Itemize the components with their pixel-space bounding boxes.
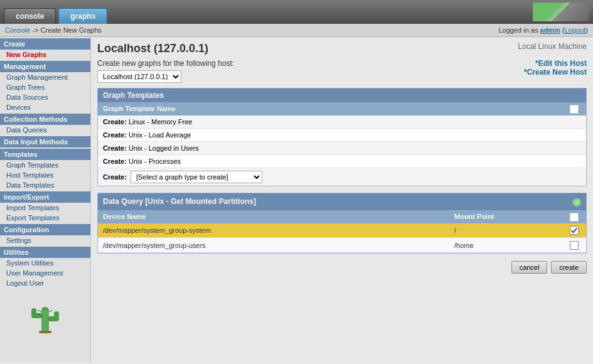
data-query-header: Data Query [Unix - Get Mounted Partition…	[98, 193, 586, 210]
sidebar-item-data-templates[interactable]: Data Templates	[0, 180, 90, 190]
data-row-0: /dev/mapper/system_group-system /	[98, 223, 586, 238]
template-row-2: Create: Unix - Logged in Users	[98, 142, 586, 155]
page-subtitle: Local Linux Machine	[518, 42, 587, 51]
sidebar-section-import-export: Import/Export	[0, 191, 90, 203]
col-header-mount: Mount Point	[454, 213, 567, 220]
page-title: Localhost (127.0.0.1)	[97, 42, 208, 55]
cancel-button[interactable]: cancel	[511, 261, 548, 274]
sidebar-item-host-templates[interactable]: Host Templates	[0, 170, 90, 180]
console-link[interactable]: Console	[5, 26, 30, 34]
sidebar-item-graph-management[interactable]: Graph Management	[0, 72, 90, 82]
data-row-1: /dev/mapper/system_group-users /home	[98, 238, 586, 253]
host-select[interactable]: Localhost (127.0.0.1)	[97, 70, 181, 83]
template-row-0: Create: Linux - Memory Free	[98, 115, 586, 129]
sidebar-item-new-graphs[interactable]: New Graphs	[0, 50, 90, 60]
sidebar-section-utilities: Utilities	[0, 247, 90, 258]
sidebar-section-data-input: Data Input Methods	[0, 136, 90, 147]
create-button[interactable]: create	[551, 261, 587, 274]
svg-line-6	[38, 310, 41, 312]
sidebar-item-user-management[interactable]: User Management	[0, 268, 90, 278]
sidebar-item-logout-user[interactable]: Logout User	[0, 278, 90, 288]
host-label: Create new graphs for the following host…	[97, 59, 234, 68]
data-query-section: Data Query [Unix - Get Mounted Partition…	[97, 193, 587, 254]
row-1-checkbox[interactable]	[570, 241, 579, 250]
sidebar-item-export-templates[interactable]: Export Templates	[0, 213, 90, 223]
admin-link[interactable]: admin	[540, 26, 560, 34]
create-host-link[interactable]: *Create New Host	[524, 68, 587, 77]
sidebar-section-create: Create	[0, 38, 90, 50]
template-row-3: Create: Unix - Processes	[98, 155, 586, 168]
footer-buttons: cancel create	[97, 259, 587, 276]
col-header-device: Device Name	[103, 213, 454, 220]
breadcrumb-current: Create New Graphs	[41, 26, 102, 34]
sidebar-item-import-templates[interactable]: Import Templates	[0, 203, 90, 213]
edit-host-link[interactable]: *Edit this Host	[524, 59, 587, 68]
sidebar-section-configuration: Configuration	[0, 224, 90, 235]
sidebar-item-graph-templates[interactable]: Graph Templates	[0, 160, 90, 170]
graph-templates-section: Graph Templates Graph Template Name Crea…	[97, 88, 587, 186]
sidebar-section-collection: Collection Methods	[0, 114, 90, 125]
refresh-icon[interactable]: ◉	[572, 196, 581, 208]
svg-rect-1	[41, 309, 49, 332]
template-create-select-row: Create: [Select a graph type to create]	[98, 168, 586, 186]
logout-link[interactable]: Logout	[565, 26, 586, 34]
data-select-all-checkbox[interactable]	[570, 213, 579, 222]
row-0-checkbox[interactable]	[570, 226, 579, 235]
svg-line-8	[49, 310, 53, 312]
sidebar-item-data-queries[interactable]: Data Queries	[0, 125, 90, 135]
svg-rect-3	[31, 308, 36, 318]
sidebar: Create New Graphs Management Graph Manag…	[0, 37, 91, 362]
sidebar-section-templates: Templates	[0, 149, 90, 160]
sidebar-item-system-utilities[interactable]: System Utilities	[0, 258, 90, 268]
col-header-template-name: Graph Template Name	[103, 105, 567, 112]
sidebar-item-devices[interactable]: Devices	[0, 102, 90, 112]
sidebar-item-data-sources[interactable]: Data Sources	[0, 92, 90, 102]
breadcrumb-bar: Console -> Create New Graphs Logged in a…	[0, 24, 593, 37]
graph-type-select[interactable]: [Select a graph type to create]	[131, 171, 262, 183]
logged-in-info: Logged in as admin (Logout)	[498, 26, 588, 34]
svg-rect-5	[54, 311, 59, 321]
svg-rect-9	[39, 331, 51, 333]
graphs-tab[interactable]: graphs	[58, 8, 107, 24]
select-all-checkbox[interactable]	[570, 105, 579, 114]
console-tab[interactable]: console	[4, 8, 56, 24]
sidebar-section-management: Management	[0, 61, 90, 72]
cactus-area	[0, 288, 90, 345]
sidebar-item-graph-trees[interactable]: Graph Trees	[0, 82, 90, 92]
template-row-1: Create: Unix - Load Average	[98, 129, 586, 142]
graph-templates-header: Graph Templates	[98, 88, 586, 102]
content-area: Localhost (127.0.0.1) Local Linux Machin…	[91, 37, 593, 362]
sidebar-item-settings[interactable]: Settings	[0, 235, 90, 245]
